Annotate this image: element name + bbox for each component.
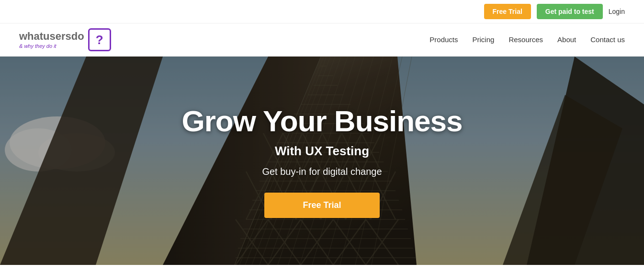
nav-item-products[interactable]: Products [429,35,458,44]
hero-description: Get buy-in for digital change [262,166,382,177]
hero-content: Grow Your Business With UX Testing Get b… [0,57,644,265]
free-trial-top-button[interactable]: Free Trial [484,4,531,19]
logo[interactable]: whatusersdo & why they do it ? [19,28,111,51]
nav-link-about[interactable]: About [557,35,576,44]
logo-what: whatusers [19,30,71,42]
nav-links: Products Pricing Resources About Contact… [429,35,625,44]
hero-section: Grow Your Business With UX Testing Get b… [0,57,644,265]
logo-icon: ? [88,28,111,51]
nav-link-products[interactable]: Products [429,35,458,44]
nav-item-contact[interactable]: Contact us [590,35,625,44]
nav-link-resources[interactable]: Resources [508,35,543,44]
login-link[interactable]: Login [609,8,625,15]
nav-link-contact[interactable]: Contact us [590,35,625,44]
get-paid-button[interactable]: Get paid to test [537,4,603,19]
logo-do: do [71,30,84,42]
navbar: whatusersdo & why they do it ? Products … [0,23,644,57]
hero-title: Grow Your Business [181,104,462,138]
nav-item-about[interactable]: About [557,35,576,44]
logo-text: whatusersdo & why they do it [19,30,84,49]
nav-item-pricing[interactable]: Pricing [473,35,495,44]
nav-link-pricing[interactable]: Pricing [473,35,495,44]
nav-item-resources[interactable]: Resources [508,35,543,44]
logo-main: whatusersdo [19,30,84,43]
logo-subtitle: & why they do it [19,43,84,49]
hero-subtitle: With UX Testing [275,144,369,159]
top-bar: Free Trial Get paid to test Login [0,0,644,23]
hero-cta-button[interactable]: Free Trial [264,193,379,218]
